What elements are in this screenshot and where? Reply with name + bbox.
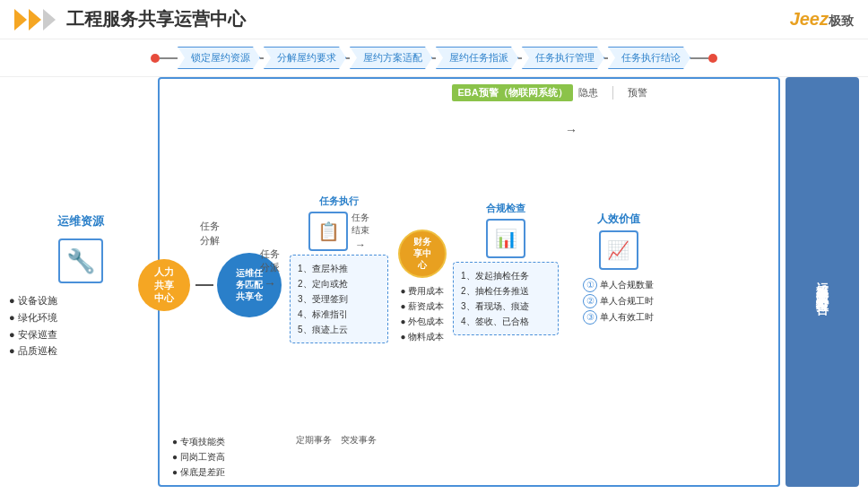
compliance-section-title: 合规检查 xyxy=(486,202,525,215)
arrow-orange-1 xyxy=(14,9,27,30)
task-execution-col: 任务执行 📋 任务结束 → 1、查层补推 2、定向或抢 3、受理签到 4、标准指… xyxy=(285,195,393,343)
eba-sub: 隐患 预警 xyxy=(578,86,647,100)
main-content: 运维资源 🔧 设备设施 绿化环境 安保巡查 品质巡检 EBA预警（物联网系统） … xyxy=(0,77,868,490)
process-step-1: 锁定屋约资源 xyxy=(178,47,260,69)
step-label-5: 任务执行管理 xyxy=(522,47,604,69)
process-bar: 锁定屋约资源 分解屋约要求 屋约方案适配 屋约任务指派 任务执行管理 任务执行结… xyxy=(0,39,868,77)
header-arrows xyxy=(14,9,57,30)
task-end-label: 任务结束 xyxy=(352,212,369,237)
task-section-title: 任务执行 xyxy=(319,195,359,208)
eba-sub1: 隐患 xyxy=(578,86,598,100)
arrow-to-value: → xyxy=(565,123,577,137)
comp-step-4: 4、签收、已合格 xyxy=(461,314,551,329)
top-bullet-list: 专项技能类 同岗工资高 保底是差距 xyxy=(172,434,289,480)
task-step-1: 1、查层补推 xyxy=(298,261,380,276)
left-circles: 任务分解 人力共享中心 运维任务匹配共享仓 xyxy=(165,220,255,317)
value-items: ①单人合规数量 ②单人合规工时 ③单人有效工时 xyxy=(583,277,654,325)
step-label-6: 任务执行结论 xyxy=(608,47,690,69)
periodic-label: 定期事务 xyxy=(296,434,332,446)
eba-label: EBA预警（物联网系统） xyxy=(452,84,572,101)
comp-step-1: 1、发起抽检任务 xyxy=(461,268,551,283)
arrow-orange-2 xyxy=(29,9,41,30)
middle-row: 任务分解 人力共享中心 运维任务匹配共享仓 任务分派 → xyxy=(165,105,773,432)
top-bullets: 专项技能类 同岗工资高 保底是差距 xyxy=(172,434,289,480)
eba-row: EBA预警（物联网系统） 隐患 预警 xyxy=(326,84,773,101)
task-assign-label: 任务分派 xyxy=(260,247,280,274)
top-bullets-row: 专项技能类 同岗工资高 保底是差距 定期事务 突发事务 xyxy=(172,434,773,480)
eba-sub2: 预警 xyxy=(628,86,647,100)
compliance-col: 合规检查 📊 1、发起抽检任务 2、抽检任务推送 3、看现场、痕迹 4、签收、已… xyxy=(452,202,560,335)
urgent-label: 突发事务 xyxy=(341,434,377,446)
process-step-2: 分解屋约要求 xyxy=(264,47,346,69)
finance-col: 财务享中心 ● 费用成本● 薪资成本● 外包成本● 物料成本 xyxy=(398,230,447,344)
header: 工程服务共享运营中心 Jeez极致 xyxy=(0,0,868,39)
process-step-4: 屋约任务指派 xyxy=(436,47,518,69)
tools-icon: 🔧 xyxy=(58,238,103,283)
page-title: 工程服务共享运营中心 xyxy=(66,7,246,31)
step-label-1: 锁定屋约资源 xyxy=(178,47,260,69)
logo: Jeez极致 xyxy=(790,9,854,30)
right-panel: 运维服务共享中心分析报告 xyxy=(786,77,859,487)
task-step-5: 5、痕迹上云 xyxy=(298,322,380,337)
process-line-0 xyxy=(160,57,178,59)
doc-icon: 📋 xyxy=(308,212,348,251)
left-bullet-list: 设备设施 绿化环境 安保巡查 品质巡检 xyxy=(9,292,152,360)
compliance-steps-box: 1、发起抽检任务 2、抽检任务推送 3、看现场、痕迹 4、签收、已合格 xyxy=(453,262,559,335)
step-label-2: 分解屋约要求 xyxy=(264,47,346,69)
task-step-2: 2、定向或抢 xyxy=(298,276,380,291)
left-item-2: 绿化环境 xyxy=(9,309,152,326)
compliance-icon-row: 📊 xyxy=(486,219,525,258)
chart-icon: 📊 xyxy=(486,219,525,258)
task-step-4: 4、标准指引 xyxy=(298,307,380,322)
process-step-5: 任务执行管理 xyxy=(522,47,604,69)
process-end-dot xyxy=(708,54,717,63)
value-icon: 📈 xyxy=(599,230,638,270)
comp-step-2: 2、抽检任务推送 xyxy=(461,283,551,299)
center-diagram: EBA预警（物联网系统） 隐患 预警 任务分解 人力共享中心 xyxy=(158,77,780,487)
left-panel: 运维资源 🔧 设备设施 绿化环境 安保巡查 品质巡检 xyxy=(9,77,152,487)
left-item-4: 品质巡检 xyxy=(9,342,152,360)
task-step-3: 3、受理签到 xyxy=(298,291,380,307)
task-assign-col: 任务分派 → xyxy=(260,247,280,290)
step-label-3: 屋约方案适配 xyxy=(350,47,432,69)
task-steps-box: 1、查层补推 2、定向或抢 3、受理签到 4、标准指引 5、痕迹上云 xyxy=(290,255,388,343)
task-decompose-label: 任务分解 xyxy=(200,220,220,247)
process-line-end xyxy=(690,57,708,59)
step-label-4: 屋约任务指派 xyxy=(436,47,518,69)
human-value-col: 人效价值 📈 ①单人合规数量 ②单人合规工时 ③单人有效工时 xyxy=(583,212,654,325)
diagram-inner: EBA预警（物联网系统） 隐患 预警 任务分解 人力共享中心 xyxy=(160,79,778,485)
left-item-3: 安保巡查 xyxy=(9,326,152,343)
process-step-3: 屋约方案适配 xyxy=(350,47,432,69)
process-start-dot xyxy=(151,54,160,63)
comp-step-3: 3、看现场、痕迹 xyxy=(461,299,551,314)
left-item-1: 设备设施 xyxy=(9,292,152,309)
arrow-gray-1 xyxy=(43,9,56,30)
finance-bullets: ● 费用成本● 薪资成本● 外包成本● 物料成本 xyxy=(401,283,445,344)
right-panel-text: 运维服务共享中心分析报告 xyxy=(813,272,831,293)
finance-circle: 财务享中心 xyxy=(398,230,447,278)
process-step-6: 任务执行结论 xyxy=(608,47,690,69)
task-end-col: 任务结束 → xyxy=(352,212,369,251)
task-exec-row: 📋 任务结束 → xyxy=(308,212,369,251)
human-value-title: 人效价值 xyxy=(597,212,640,227)
orange-circle: 人力共享中心 xyxy=(138,259,190,311)
left-title: 运维资源 xyxy=(9,213,152,230)
periodic-urgent: 定期事务 突发事务 xyxy=(296,434,377,446)
